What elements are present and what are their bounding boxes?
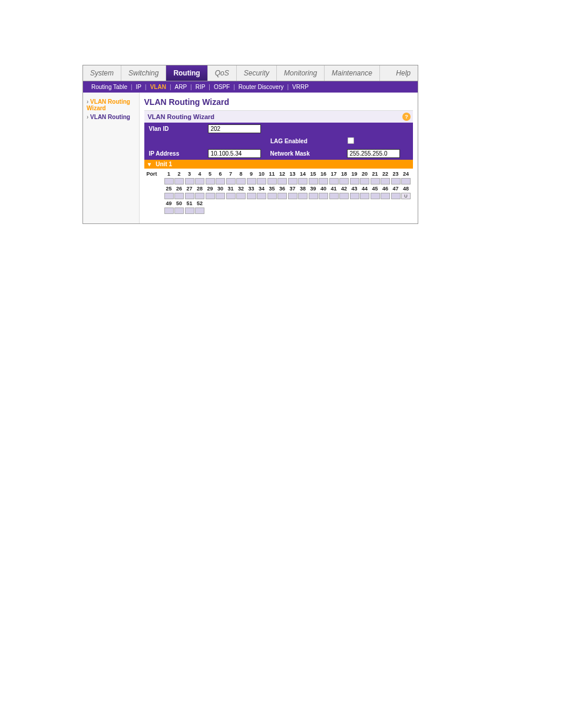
port-box-23[interactable] (391, 178, 401, 185)
port-box-14[interactable] (298, 178, 308, 185)
port-box-31[interactable] (226, 193, 236, 199)
topnav-item-monitoring[interactable]: Monitoring (277, 65, 325, 81)
port-box-9[interactable] (247, 178, 256, 185)
port-box-25[interactable] (164, 193, 174, 199)
port-box-16[interactable] (319, 178, 328, 185)
port-box-37[interactable] (288, 193, 297, 199)
port-number: 27 (185, 186, 194, 192)
lag-enabled-label: LAG Enabled (266, 136, 342, 146)
port-box-17[interactable] (329, 178, 339, 185)
subnav-item-arp[interactable]: ARP (171, 84, 191, 90)
port-box-8[interactable] (236, 178, 246, 185)
unit-label: Unit 1 (156, 161, 172, 167)
subnav-item-vlan[interactable]: VLAN (147, 84, 170, 90)
port-number: 2 (174, 171, 184, 177)
help-icon[interactable]: ? (402, 113, 411, 121)
port-box-49[interactable] (164, 207, 174, 214)
port-number: 20 (360, 171, 369, 177)
port-number: 8 (236, 171, 246, 177)
port-box-47[interactable] (391, 193, 401, 199)
port-box-27[interactable] (185, 193, 194, 199)
port-box-15[interactable] (309, 178, 318, 185)
subnav-item-routing-table[interactable]: Routing Table (88, 84, 131, 90)
port-box-36[interactable] (277, 193, 287, 199)
port-box-39[interactable] (309, 193, 318, 199)
port-box-19[interactable] (350, 178, 359, 185)
port-box-20[interactable] (360, 178, 369, 185)
topnav-item-qos[interactable]: QoS (208, 65, 237, 81)
row-vlan-id: Vlan ID (144, 123, 414, 135)
port-box-3[interactable] (185, 178, 194, 185)
port-box-6[interactable] (216, 178, 225, 185)
vlan-id-input[interactable] (208, 124, 261, 133)
lag-enabled-checkbox[interactable] (348, 137, 355, 144)
port-number: 28 (195, 186, 204, 192)
port-box-33[interactable] (247, 193, 256, 199)
sidebar-item-vlan-routing-wizard[interactable]: VLAN Routing Wizard (85, 97, 137, 113)
topnav-item-security[interactable]: Security (237, 65, 277, 81)
port-box-46[interactable] (381, 193, 390, 199)
port-number: 36 (277, 186, 287, 192)
port-box-35[interactable] (267, 193, 277, 199)
port-box-2[interactable] (174, 178, 184, 185)
port-box-52[interactable] (195, 207, 204, 214)
panel-title-text: VLAN Routing Wizard (148, 113, 215, 120)
port-box-30[interactable] (216, 193, 225, 199)
subnav-item-vrrp[interactable]: VRRP (289, 84, 312, 90)
port-number: 19 (350, 171, 359, 177)
port-number: 24 (401, 171, 411, 177)
port-box-26[interactable] (174, 193, 184, 199)
topnav-item-routing[interactable]: Routing (166, 65, 207, 81)
topnav-help[interactable]: Help (389, 65, 418, 81)
topnav-item-maintenance[interactable]: Maintenance (325, 65, 380, 81)
port-box-29[interactable] (206, 193, 215, 199)
port-box-48[interactable]: U (401, 193, 411, 199)
port-number: 51 (185, 200, 194, 206)
port-box-28[interactable] (195, 193, 204, 199)
port-box-32[interactable] (236, 193, 246, 199)
subnav-item-router-discovery[interactable]: Router Discovery (235, 84, 287, 90)
port-number: 15 (309, 171, 318, 177)
ip-address-input[interactable] (208, 149, 261, 158)
port-box-12[interactable] (277, 178, 287, 185)
unit-bar[interactable]: ▾ Unit 1 (144, 160, 414, 169)
port-box-40[interactable] (319, 193, 328, 199)
sub-nav: Routing Table|IP|VLAN|ARP|RIP|OSPF|Route… (83, 81, 418, 93)
port-box-1[interactable] (164, 178, 174, 185)
ports-grid: Port123456789101112131415161718192021222… (144, 169, 414, 216)
port-box-42[interactable] (339, 193, 349, 199)
port-box-44[interactable] (360, 193, 369, 199)
port-number: 43 (350, 186, 359, 192)
vlan-id-label: Vlan ID (144, 124, 203, 134)
port-box-21[interactable] (371, 178, 380, 185)
port-box-51[interactable] (185, 207, 194, 214)
port-box-7[interactable] (226, 178, 236, 185)
port-box-11[interactable] (267, 178, 277, 185)
port-number: 23 (391, 171, 401, 177)
port-box-24[interactable] (401, 178, 411, 185)
port-number: 22 (381, 171, 390, 177)
port-number: 7 (226, 171, 236, 177)
subnav-item-rip[interactable]: RIP (192, 84, 209, 90)
port-box-41[interactable] (329, 193, 339, 199)
port-box-10[interactable] (257, 178, 266, 185)
sidebar-item-vlan-routing[interactable]: VLAN Routing (85, 113, 137, 121)
subnav-item-ip[interactable]: IP (133, 84, 145, 90)
port-box-18[interactable] (339, 178, 349, 185)
port-box-4[interactable] (195, 178, 204, 185)
page-title: VLAN Routing Wizard (144, 97, 414, 107)
topnav-item-switching[interactable]: Switching (121, 65, 166, 81)
port-number: 17 (329, 171, 339, 177)
port-box-50[interactable] (174, 207, 184, 214)
port-box-43[interactable] (350, 193, 359, 199)
port-box-5[interactable] (206, 178, 215, 185)
port-box-22[interactable] (381, 178, 390, 185)
port-box-34[interactable] (257, 193, 266, 199)
port-box-13[interactable] (288, 178, 297, 185)
subnav-item-ospf[interactable]: OSPF (210, 84, 233, 90)
port-number: 37 (288, 186, 297, 192)
port-box-45[interactable] (371, 193, 380, 199)
network-mask-input[interactable] (347, 149, 400, 158)
topnav-item-system[interactable]: System (83, 65, 121, 81)
port-box-38[interactable] (298, 193, 308, 199)
